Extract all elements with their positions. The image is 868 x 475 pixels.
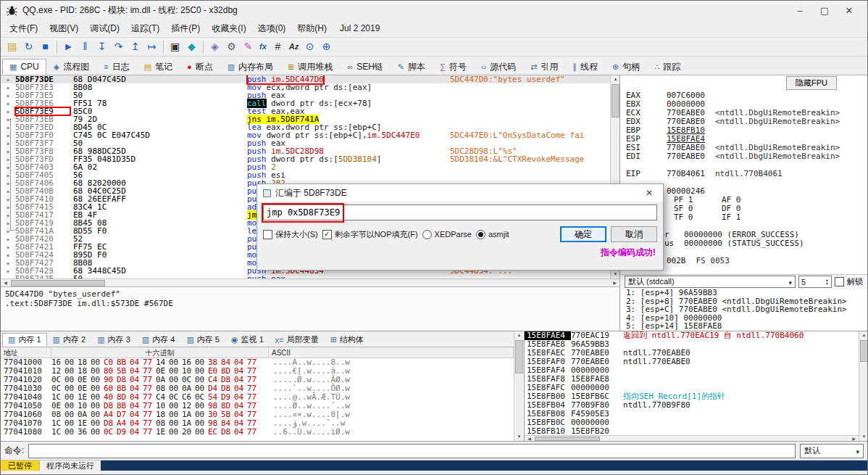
dialog-close-icon[interactable]: ✕: [641, 188, 657, 198]
scroll-down-arrow-icon[interactable]: ▼: [611, 270, 620, 278]
command-profile-select[interactable]: 默认: [800, 444, 864, 458]
xedparse-radio[interactable]: XEDParse: [422, 230, 472, 239]
tab-memory-map[interactable]: ▥内存布局: [220, 59, 280, 75]
step-over-icon[interactable]: ↷: [110, 39, 127, 54]
assemble-dialog[interactable]: 汇编于 5D8F73DE ✕ 保持大小(S) ✓ 剩余字节以NOP填充(F) X…: [256, 183, 664, 270]
tab-handles[interactable]: ⊕句柄: [605, 59, 647, 75]
pause-icon[interactable]: ‖: [77, 39, 93, 54]
tab-trace-tab[interactable]: ∴跟踪: [647, 59, 688, 75]
tab-dump3[interactable]: ▥内存 3: [91, 333, 136, 347]
argument-row[interactable]: 1: [esp+4] 96A59BB3: [620, 289, 867, 297]
step-into-icon[interactable]: ↧: [93, 39, 110, 54]
font-icon[interactable]: Az: [286, 39, 301, 54]
stack-row[interactable]: 15E8FB1015E8FB20: [525, 427, 859, 435]
appearance-icon[interactable]: ✎: [240, 39, 256, 54]
breakpoint-gutter-dot[interactable]: ●: [1, 243, 15, 251]
disassembly-hscrollbar[interactable]: ◀ ▶: [1, 278, 619, 286]
scroll-down-arrow-icon[interactable]: ▼: [514, 433, 524, 441]
tab-threads[interactable]: ∥线程: [565, 59, 605, 75]
breakpoint-gutter-dot[interactable]: ●: [1, 251, 15, 259]
step-out-icon[interactable]: ↥: [127, 39, 143, 54]
close-button[interactable]: ✕: [837, 5, 861, 16]
maximize-button[interactable]: ▢: [812, 5, 837, 16]
call-arguments-view[interactable]: 1: [esp+4] 96A59BB32: [esp+8] 770EABE0 <…: [620, 289, 867, 331]
open-file-icon[interactable]: ▤: [4, 39, 20, 54]
menu-item[interactable]: 文件(F): [4, 20, 43, 37]
tab-notes[interactable]: ▤笔记: [137, 59, 180, 75]
breakpoint-gutter-dot[interactable]: ●: [1, 83, 15, 91]
scrollbar-thumb[interactable]: [11, 280, 105, 286]
breakpoint-gutter-dot[interactable]: ●: [1, 75, 15, 83]
graph-icon[interactable]: ◈: [206, 39, 223, 54]
restart-icon[interactable]: ↻: [20, 39, 37, 54]
hide-fpu-button[interactable]: 隐藏FPU: [786, 76, 837, 90]
breakpoint-gutter-dot[interactable]: ●: [1, 91, 15, 99]
functions-icon[interactable]: fx: [256, 39, 270, 54]
cancel-button[interactable]: 取消: [611, 226, 657, 242]
run-to-cursor-icon[interactable]: ↦: [143, 39, 160, 54]
scroll-up-arrow-icon[interactable]: ▲: [611, 75, 620, 83]
dump-row[interactable]: 770410801C0036000CD904771E002000ECD80477…: [1, 428, 514, 437]
radio-icon[interactable]: [422, 230, 432, 239]
ok-button[interactable]: 确定: [560, 226, 606, 242]
menu-item[interactable]: 插件(P): [165, 20, 206, 37]
register-row[interactable]: EAX007C6000: [620, 91, 867, 100]
tab-seh[interactable]: ∞SEH链: [340, 59, 391, 75]
breakpoint-gutter-dot[interactable]: ●: [1, 235, 15, 243]
tab-dump2[interactable]: ▥内存 2: [47, 333, 92, 347]
argument-row[interactable]: 3: [esp+C] 770EABE0 <ntdll.DbgUiRemoteBr…: [620, 305, 867, 314]
help-icon[interactable]: ⊕: [318, 39, 335, 54]
register-row[interactable]: EDI770EABE0<ntdll.DbgUiRemoteBreakin>: [620, 152, 867, 161]
search-icon[interactable]: ⊙: [301, 39, 318, 54]
register-row[interactable]: EBP15E8FB10: [620, 126, 867, 135]
dialog-title-bar[interactable]: 汇编于 5D8F73DE ✕: [257, 184, 663, 202]
calling-convention-select[interactable]: 默认 (stdcall): [625, 276, 796, 288]
command-input[interactable]: [28, 444, 796, 458]
menu-item[interactable]: 收藏夹(I): [206, 20, 251, 37]
breakpoint-gutter-dot[interactable]: ●: [1, 259, 15, 267]
title-bar[interactable]: QQ.exe - PID: 268C - 模块: im.dll - 线程: 25…: [1, 1, 867, 20]
menu-item[interactable]: 调试(D): [84, 20, 125, 37]
run-icon[interactable]: ►: [60, 39, 77, 54]
scroll-up-arrow-icon[interactable]: ▲: [859, 331, 868, 339]
scrollbar-thumb[interactable]: [612, 84, 619, 117]
tab-locals[interactable]: x=局部变量: [270, 333, 325, 347]
tab-references[interactable]: ⇄引用: [523, 59, 565, 75]
tab-dump4[interactable]: ▥内存 4: [136, 333, 181, 347]
scroll-down-arrow-icon[interactable]: ▼: [859, 433, 868, 441]
breakpoint-gutter-dot[interactable]: ●: [1, 107, 15, 115]
disasm-row[interactable]: ●5D8F74036A 02push 2: [1, 163, 610, 171]
minimize-button[interactable]: –: [788, 5, 812, 16]
trace-icon[interactable]: ◆: [183, 39, 200, 54]
tab-watch1[interactable]: ◉监视 1: [225, 333, 270, 347]
tab-cpu[interactable]: ▦CPU: [2, 59, 46, 75]
tab-log[interactable]: ≡日志: [96, 59, 136, 75]
scroll-up-arrow-icon[interactable]: ▲: [514, 331, 524, 339]
hex-dump-view[interactable]: 7704100016001800C08B04771400160038840477…: [1, 358, 514, 441]
tab-script[interactable]: ✎脚本: [391, 59, 433, 75]
keep-size-checkbox[interactable]: 保持大小(S): [263, 229, 318, 240]
argument-row[interactable]: 5: [esp+14] 15E8FAE8: [620, 322, 867, 331]
disasm-row[interactable]: ●5D8F73F0C745 0C E047C45Dmov dword ptr s…: [1, 131, 610, 139]
tab-dump5[interactable]: ▥内存 5: [180, 333, 225, 347]
tab-call-stack[interactable]: ≣调用堆栈: [280, 59, 340, 75]
hash-icon[interactable]: #: [270, 39, 286, 54]
register-row[interactable]: EIP770B4061ntdll.770B4061: [620, 170, 867, 178]
breakpoint-gutter-dot[interactable]: ●: [1, 267, 15, 275]
register-row[interactable]: EDX770EABE0<ntdll.DbgUiRemoteBreakin>: [620, 117, 867, 126]
disasm-row[interactable]: ●5D8F73E38B08mov ecx,dword ptr ds:[eax]: [1, 83, 610, 91]
disasm-row[interactable]: ●5D8F742E50push eax: [1, 275, 610, 278]
breakpoints-icon[interactable]: ▣: [167, 39, 183, 54]
assemble-instruction-input[interactable]: [263, 205, 657, 220]
stack-hscrollbar[interactable]: ◀ ▶: [525, 435, 859, 441]
nop-fill-checkbox[interactable]: ✓ 剩余字节以NOP填充(F): [322, 229, 418, 240]
checkbox-icon[interactable]: ✓: [322, 230, 332, 239]
dump-vscrollbar[interactable]: ▲ ▼: [514, 331, 524, 441]
menu-item[interactable]: 视图(V): [43, 20, 84, 37]
tab-dump1[interactable]: ▥内存 1: [2, 333, 47, 347]
menu-item[interactable]: 追踪(T): [125, 20, 165, 37]
tab-breakpoints[interactable]: ●断点: [180, 59, 220, 75]
tab-graph[interactable]: ◈流程图: [46, 59, 96, 75]
stop-icon[interactable]: ■: [37, 39, 54, 54]
scrollbar-thumb[interactable]: [515, 340, 523, 373]
